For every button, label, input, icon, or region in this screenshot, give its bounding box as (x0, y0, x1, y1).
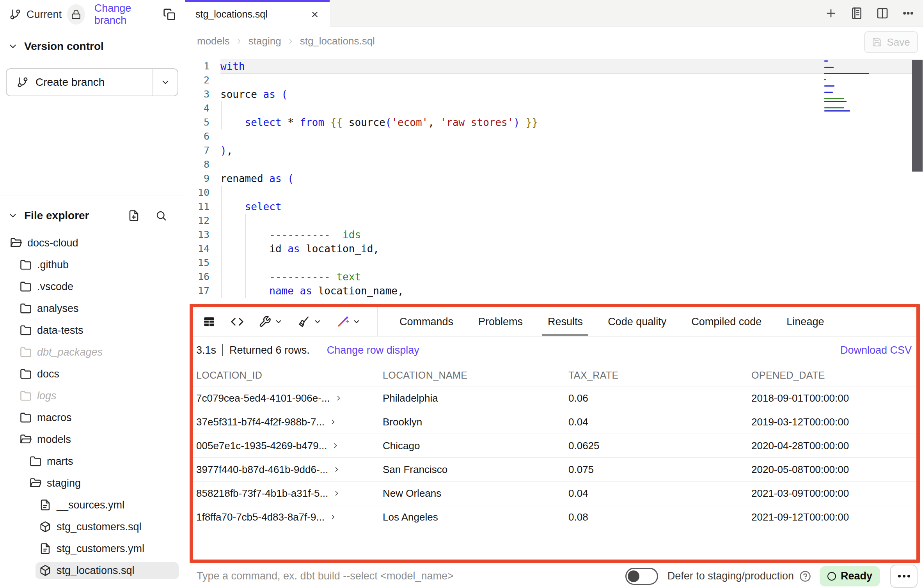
change-row-display-link[interactable]: Change row display (327, 344, 419, 356)
file-explorer-header[interactable]: File explorer (0, 209, 185, 222)
tree-item-data-tests[interactable]: data-tests (0, 319, 185, 341)
build-wrench-button[interactable] (259, 315, 283, 328)
tree-item-stg_customers.yml[interactable]: stg_customers.yml (0, 538, 185, 560)
panel-tab-results[interactable]: Results (548, 307, 583, 336)
tree-item-label: macros (37, 412, 72, 424)
code-line-12 (220, 214, 912, 228)
table-row: 858218fb-73f7-4b1b-a31f-5...New Orleans0… (193, 482, 916, 505)
more-options-button[interactable] (890, 565, 918, 588)
panel-tab-lineage[interactable]: Lineage (786, 307, 824, 336)
ellipsis-icon[interactable] (902, 7, 914, 19)
command-bar: Defer to staging/production Ready (186, 564, 923, 588)
code-line-16: ---------- text (220, 270, 912, 284)
create-branch-main[interactable]: Create branch (7, 69, 153, 96)
code-line-3: source as ( (220, 87, 912, 101)
table-cell: 0.06 (565, 392, 748, 404)
column-header: TAX_RATE (565, 370, 748, 381)
line-numbers: 1234567891011121314151617 (185, 59, 209, 298)
save-icon (872, 37, 882, 47)
code-lines[interactable]: with source as ( select * from {{ source… (220, 59, 912, 298)
expand-cell-icon[interactable] (332, 442, 339, 450)
tree-item-staging[interactable]: staging (0, 472, 185, 494)
panel-tab-commands[interactable]: Commands (399, 307, 453, 336)
tree-item-macros[interactable]: macros (0, 407, 185, 429)
clean-broom-button[interactable] (298, 315, 322, 328)
tree-item-docs[interactable]: docs (0, 363, 185, 385)
command-input[interactable] (196, 570, 541, 583)
expand-cell-icon[interactable] (335, 394, 343, 402)
tree-item-.github[interactable]: .github (0, 254, 185, 276)
folder-icon (20, 281, 32, 292)
tree-item-__sources.yml[interactable]: __sources.yml (0, 494, 185, 516)
column-header: OPENED_DATE (748, 370, 916, 381)
defer-toggle[interactable] (625, 568, 658, 585)
file-tree: docs-cloud.github.vscodeanalysesdata-tes… (0, 232, 185, 581)
save-button[interactable]: Save (864, 31, 918, 53)
tree-item-marts[interactable]: marts (0, 450, 185, 472)
download-csv-link[interactable]: Download CSV (840, 344, 912, 356)
lock-icon (71, 9, 81, 19)
table-cell: 2021-09-12T00:00:00 (748, 511, 916, 523)
tree-item-stg_customers.sql[interactable]: stg_customers.sql (0, 516, 185, 538)
tree-item-dbt_packages[interactable]: dbt_packages (0, 341, 185, 363)
panel-tab-problems[interactable]: Problems (478, 307, 523, 336)
expand-cell-icon[interactable] (333, 466, 341, 473)
rows-returned-message: Returned 6 rows. (229, 344, 310, 356)
breadcrumb-item[interactable]: models (197, 35, 230, 47)
tree-item-models[interactable]: models (0, 429, 185, 450)
version-control-section: Version control Create branch (0, 29, 185, 195)
editor-scrollbar[interactable] (912, 60, 923, 172)
code-icon[interactable] (231, 315, 244, 328)
copy-icon[interactable] (163, 8, 176, 21)
tree-item-logs[interactable]: logs (0, 385, 185, 407)
tab-title: stg_locations.sql (195, 9, 268, 20)
tree-item-label: logs (37, 390, 57, 402)
tree-item-label: .github (37, 259, 69, 271)
folder-icon (20, 390, 32, 402)
panel-tab-compiled-code[interactable]: Compiled code (691, 307, 761, 336)
divider (222, 344, 223, 356)
indent-guide (245, 214, 246, 298)
tab-strip: stg_locations.sql (185, 0, 923, 27)
expand-cell-icon[interactable] (329, 513, 337, 521)
change-branch-link[interactable]: Change branch (94, 2, 158, 27)
breadcrumb: models staging stg_locations.sql Save (185, 27, 923, 56)
close-icon[interactable] (310, 10, 320, 19)
table-cell: 0.0625 (565, 440, 748, 452)
tree-item-.vscode[interactable]: .vscode (0, 276, 185, 298)
table-cell: 005e7e1c-1935-4269-b479... (193, 440, 380, 452)
version-control-header[interactable]: Version control (0, 40, 185, 53)
tree-item-label: staging (47, 477, 81, 489)
results-grid-icon[interactable] (202, 315, 216, 328)
panel-tabs: CommandsProblemsResultsCode qualityCompi… (399, 307, 824, 336)
breadcrumb-item[interactable]: staging (248, 35, 281, 47)
table-cell: Chicago (380, 440, 565, 452)
split-view-icon[interactable] (876, 7, 889, 19)
ai-assist-button[interactable] (337, 315, 361, 328)
status-badge[interactable]: Ready (820, 566, 880, 586)
table-cell: 0.04 (565, 487, 748, 499)
results-table: LOCATION_IDLOCATION_NAMETAX_RATEOPENED_D… (193, 364, 916, 529)
create-branch-button[interactable]: Create branch (6, 68, 178, 96)
search-icon[interactable] (155, 210, 167, 221)
minimap[interactable] (824, 60, 908, 113)
chevron-down-icon (313, 317, 322, 326)
tab-stg-locations-sql[interactable]: stg_locations.sql (185, 0, 330, 27)
panel-tab-code-quality[interactable]: Code quality (608, 307, 666, 336)
file-icon (39, 543, 51, 554)
expand-cell-icon[interactable] (333, 489, 341, 497)
notebook-icon[interactable] (850, 7, 863, 19)
help-icon[interactable] (799, 570, 811, 582)
branch-locked-badge (67, 4, 85, 25)
tree-item-stg_locations.sql[interactable]: stg_locations.sql (0, 560, 185, 581)
code-editor[interactable]: 1234567891011121314151617 with source as… (185, 56, 923, 304)
file-plus-icon[interactable] (128, 210, 140, 221)
tree-item-docs-cloud[interactable]: docs-cloud (0, 232, 185, 254)
new-tab-plus-icon[interactable] (825, 7, 837, 19)
table-cell: 1f8ffa70-7cb5-4d83-8a7f-9... (193, 511, 380, 523)
magic-wand-icon (337, 315, 349, 328)
tree-item-analyses[interactable]: analyses (0, 298, 185, 319)
create-branch-dropdown[interactable] (153, 69, 178, 96)
expand-cell-icon[interactable] (329, 418, 337, 426)
breadcrumb-item[interactable]: stg_locations.sql (300, 35, 375, 47)
